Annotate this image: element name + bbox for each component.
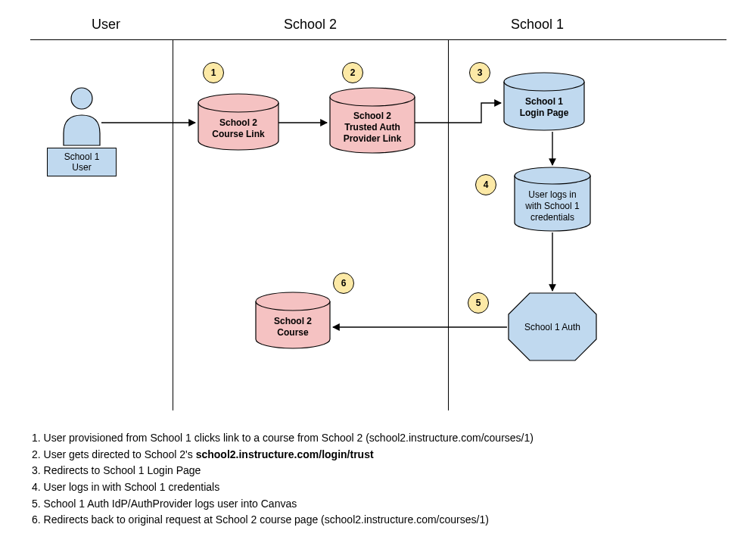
user-icon: [64, 88, 100, 145]
svg-point-0: [71, 88, 92, 109]
label-credentials: User logs inwith School 1credentials: [515, 185, 590, 227]
note-6: 6. Redirects back to original request at…: [32, 512, 534, 529]
label-course-link: School 2Course Link: [198, 112, 278, 145]
arrow-authlink-to-login: [415, 103, 501, 123]
footnotes: 1. User provisioned from School 1 clicks…: [32, 430, 534, 529]
label-auth: School 1 Auth: [509, 314, 596, 340]
note-1: 1. User provisioned from School 1 clicks…: [32, 430, 534, 447]
step-badge-2: 2: [342, 62, 363, 83]
step-badge-5: 5: [468, 292, 489, 314]
user-label: School 1 User: [47, 148, 117, 176]
svg-point-5: [256, 292, 330, 310]
note-5: 5. School 1 Auth IdP/AuthProvider logs u…: [32, 496, 534, 513]
note-2: 2. User gets directed to School 2's scho…: [32, 447, 534, 463]
note-4: 4. User logs in with School 1 credential…: [32, 479, 534, 496]
step-badge-1: 1: [203, 62, 224, 83]
svg-point-3: [504, 73, 584, 91]
step-badge-3: 3: [469, 62, 490, 83]
diagram-canvas: User School 2 School 1: [0, 0, 756, 546]
svg-point-1: [198, 94, 278, 112]
svg-point-2: [330, 88, 415, 106]
note-2-bold: school2.instructure.com/login/trust: [196, 448, 374, 460]
svg-point-4: [515, 167, 590, 184]
step-badge-4: 4: [475, 174, 496, 195]
label-course: School 2Course: [256, 310, 330, 344]
step-badge-6: 6: [333, 273, 354, 294]
note-3: 3. Redirects to School 1 Login Page: [32, 463, 534, 479]
label-login-page: School 1Login Page: [504, 89, 584, 126]
note-2-pre: 2. User gets directed to School 2's: [32, 448, 196, 460]
label-auth-provider-link: School 2Trusted AuthProvider Link: [330, 106, 415, 148]
